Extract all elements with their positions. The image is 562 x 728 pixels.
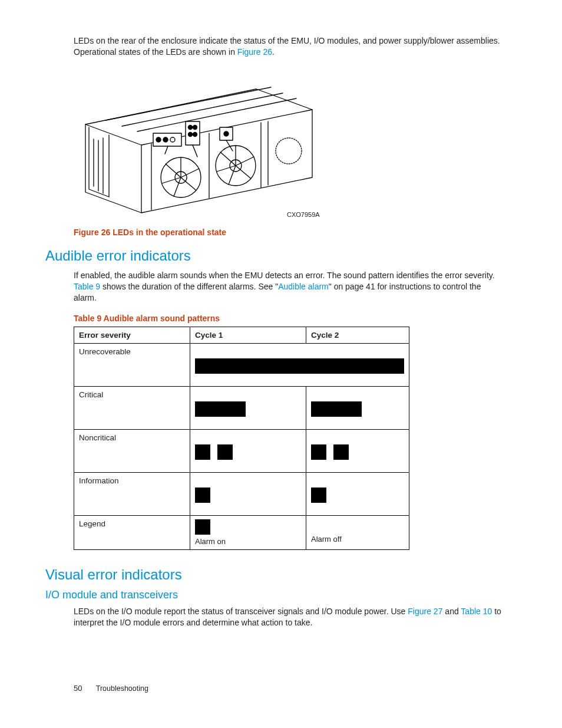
svg-line-3 [137,98,296,131]
sound-bar-short-icon [311,444,326,460]
heading-audible-error-indicators: Audible error indicators [45,248,506,264]
cell-severity: Noncritical [74,430,190,473]
table-row: Critical [74,387,409,430]
figure-26-caption: Figure 26 LEDs in the operational state [74,228,506,237]
th-error-severity: Error severity [74,327,190,344]
svg-line-11 [181,177,196,190]
svg-point-27 [170,137,175,142]
heading-visual-error-indicators: Visual error indicators [45,566,506,583]
sound-bar-short-icon [217,444,233,460]
table-10-link[interactable]: Table 10 [461,607,492,616]
svg-point-23 [276,138,302,164]
svg-line-14 [166,164,181,177]
cell-pattern-noncritical-2 [306,430,409,473]
visual-text-b: and [442,607,461,616]
sound-bar-continuous-icon [195,358,404,374]
figure-27-link[interactable]: Figure 27 [408,607,442,616]
cell-legend-on: Alarm on [190,516,306,550]
intro-text-a: LEDs on the rear of the enclosure indica… [74,36,500,57]
table-9-link[interactable]: Table 9 [74,282,100,291]
cell-severity: Critical [74,387,190,430]
audible-alarm-table: Error severity Cycle 1 Cycle 2 Unrecover… [74,327,409,550]
figure-26-illustration: CXO7959A [74,68,506,222]
svg-line-34 [193,145,197,157]
cell-pattern-unrecoverable [190,344,409,387]
cell-pattern-critical-2 [306,387,409,430]
svg-line-28 [165,146,168,154]
cell-severity: Unrecoverable [74,344,190,387]
legend-on-swatch-icon [195,519,210,535]
table-row: Legend Alarm on Alarm off [74,516,409,550]
page-footer: 50 Troubleshooting [74,684,148,693]
sound-bar-long-icon [311,401,362,417]
svg-line-19 [236,166,251,179]
svg-point-31 [193,125,197,129]
svg-point-33 [193,132,197,136]
cell-pattern-critical-1 [190,387,306,430]
legend-on-label: Alarm on [195,537,301,546]
cell-severity: Legend [74,516,190,550]
intro-text-b: . [272,47,275,57]
intro-paragraph: LEDs on the rear of the enclosure indica… [74,35,506,58]
visual-text-a: LEDs on the I/O module report the status… [74,607,408,616]
svg-line-2 [122,93,283,126]
svg-line-1 [106,87,271,120]
cell-pattern-information-1 [190,473,306,516]
audible-text-b: shows the duration of the different alar… [100,282,278,291]
table-header-row: Error severity Cycle 1 Cycle 2 [74,327,409,344]
legend-off-label: Alarm off [311,535,404,543]
figure-26-link[interactable]: Figure 26 [237,47,272,57]
svg-line-22 [220,152,236,166]
svg-line-10 [181,169,199,177]
audible-text-a: If enabled, the audible alarm sounds whe… [74,271,495,280]
cell-pattern-information-2 [306,473,409,516]
cell-pattern-noncritical-1 [190,430,306,473]
svg-point-36 [224,131,229,136]
svg-point-26 [163,137,168,142]
audible-paragraph: If enabled, the audible alarm sounds whe… [74,270,506,304]
sound-bar-short-icon [311,487,326,503]
enclosure-rear-diagram-icon [74,68,321,222]
audible-alarm-link[interactable]: Audible alarm [278,282,329,291]
sound-bar-short-icon [333,444,349,460]
table-row: Information [74,473,409,516]
svg-line-20 [229,166,236,185]
table-row: Noncritical [74,430,409,473]
cell-severity: Information [74,473,190,516]
table-row: Unrecoverable [74,344,409,387]
svg-line-12 [174,177,181,196]
svg-rect-29 [186,121,200,145]
svg-marker-0 [85,89,312,213]
visual-paragraph: LEDs on the I/O module report the status… [74,606,506,628]
sound-bar-short-icon [195,444,210,460]
figure-code: CXO7959A [287,211,320,218]
sound-bar-short-icon [195,487,210,503]
svg-line-18 [236,157,254,166]
cell-legend-off: Alarm off [306,516,409,550]
page-number: 50 [74,684,82,693]
th-cycle-2: Cycle 2 [306,327,409,344]
footer-section-name: Troubleshooting [96,684,148,693]
svg-point-32 [189,132,193,136]
table-9-title: Table 9 Audible alarm sound patterns [74,314,506,323]
svg-point-25 [156,137,161,142]
sound-bar-long-icon [195,401,246,417]
heading-io-module-transceivers: I/O module and transceivers [45,589,506,601]
th-cycle-1: Cycle 1 [190,327,306,344]
svg-point-30 [189,125,193,129]
